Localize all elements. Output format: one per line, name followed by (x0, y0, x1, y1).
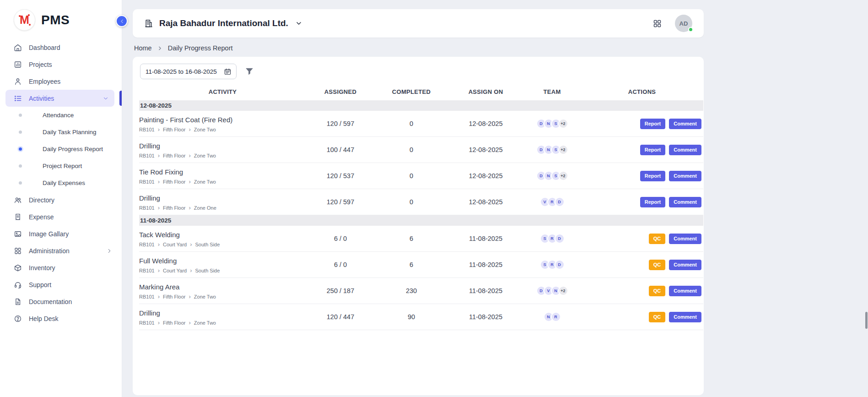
sidebar-item-label: Inventory (29, 264, 113, 272)
comment-button[interactable]: Comment (669, 119, 701, 129)
report-button[interactable]: Report (640, 171, 665, 181)
activity-name: Tack Welding (139, 231, 306, 239)
table-row: Drilling RB101›Fifth Floor›Zone One 120 … (139, 189, 703, 215)
completed-value: 0 (375, 120, 448, 127)
sidebar-item-directory[interactable]: Directory (0, 191, 122, 208)
inventory-icon (14, 264, 22, 272)
company-selector[interactable]: Raja Bahadur International Ltd. (144, 18, 302, 28)
comment-button[interactable]: Comment (669, 286, 701, 296)
assign-on-value: 11-08-2025 (448, 261, 523, 268)
team-more-badge[interactable]: +2 (558, 171, 568, 181)
actions-cell: ReportComment (581, 119, 703, 129)
activity-location-segment: Fifth Floor (163, 153, 186, 158)
comment-button[interactable]: Comment (669, 171, 701, 181)
assigned-value: 6 / 0 (306, 235, 375, 242)
bullet-icon (19, 131, 22, 134)
team-cell: SRD (523, 260, 581, 270)
qc-button[interactable]: QC (649, 312, 666, 322)
activity-location-segment: Court Yard (163, 268, 187, 273)
report-button[interactable]: Report (640, 197, 665, 207)
sidebar-item-projects[interactable]: Projects (0, 56, 122, 73)
qc-button[interactable]: QC (649, 260, 666, 270)
assign-on-value: 11-08-2025 (448, 313, 523, 321)
sidebar-row-projects: Projects (0, 56, 122, 73)
activity-cell: Full Welding RB101›Court Yard›South Side (139, 256, 306, 273)
apps-grid-icon[interactable] (652, 19, 662, 28)
sidebar-item-image-gallary[interactable]: Image Gallary (0, 225, 122, 242)
date-range-value: 11-08-2025 to 16-08-2025 (146, 68, 217, 75)
user-avatar[interactable]: AD (675, 15, 692, 32)
table-body: 12-08-2025 Painting - First Coat (Fire R… (139, 100, 703, 330)
qc-button[interactable]: QC (649, 234, 666, 244)
comment-button[interactable]: Comment (669, 312, 701, 322)
sidebar-subitem-attendance[interactable]: Attendance (0, 107, 122, 124)
activity-location-segment: RB101 (139, 205, 155, 211)
team-more-badge[interactable]: +2 (558, 286, 568, 296)
assign-on-value: 12-08-2025 (448, 120, 523, 127)
team-more-badge[interactable]: +2 (558, 145, 568, 155)
date-range-input[interactable]: 11-08-2025 to 16-08-2025 (140, 64, 237, 79)
sidebar-subitem-daily-task-planning[interactable]: Daily Task Planning (0, 124, 122, 141)
activity-location-segment: Zone Two (194, 153, 216, 158)
activity-location: RB101›Fifth Floor›Zone Two (139, 294, 306, 299)
dashboard-icon (14, 44, 22, 52)
sidebar-item-documentation[interactable]: Documentation (0, 293, 122, 310)
scrollbar-thumb[interactable] (865, 312, 868, 329)
activity-location-segment: RB101 (139, 179, 155, 185)
sidebar-item-employees[interactable]: Employees (0, 73, 122, 90)
team-avatar[interactable]: D (555, 234, 565, 244)
support-icon (14, 281, 22, 289)
activity-location-segment: Fifth Floor (163, 179, 186, 185)
sidebar-row-documentation: Documentation (0, 293, 122, 310)
sidebar-row-image-gallary: Image Gallary (0, 225, 122, 242)
qc-button[interactable]: QC (649, 286, 666, 296)
team-avatar[interactable]: D (555, 260, 565, 270)
sidebar-item-administration[interactable]: Administration (0, 242, 122, 259)
filter-icon[interactable] (245, 67, 254, 76)
team-cell: DNS+2 (523, 145, 581, 155)
sidebar-subitem-daily-progress-report[interactable]: Daily Progress Report (0, 141, 122, 158)
column-header-team: TEAM (523, 88, 581, 95)
activity-name: Drilling (139, 142, 306, 150)
sidebar-item-support[interactable]: Support (0, 276, 122, 293)
avatar-initials: AD (679, 20, 688, 27)
sidebar-item-label: Support (29, 281, 113, 288)
sidebar-item-activities[interactable]: Activities (5, 90, 114, 107)
report-button[interactable]: Report (640, 119, 665, 129)
column-header-assigned: ASSIGNED (306, 88, 375, 95)
comment-button[interactable]: Comment (669, 145, 701, 155)
activity-cell: Marking Area RB101›Fifth Floor›Zone Two (139, 282, 306, 299)
assign-on-value: 11-08-2025 (448, 287, 523, 294)
activity-cell: Painting - First Coat (Fire Red) RB101›F… (139, 115, 306, 132)
actions-cell: QCComment (581, 234, 703, 244)
sidebar-item-expense[interactable]: Expense (0, 208, 122, 225)
sidebar-subitem-project-report[interactable]: Project Report (0, 158, 122, 174)
sidebar-collapse-button[interactable] (116, 15, 128, 27)
activity-location-segment: RB101 (139, 268, 155, 273)
sidebar-item-label: Employees (29, 78, 113, 85)
team-avatar[interactable]: R (551, 312, 561, 322)
sidebar-row-administration: Administration (0, 242, 122, 259)
sidebar-item-dashboard[interactable]: Dashboard (0, 39, 122, 56)
assigned-value: 6 / 0 (306, 261, 375, 268)
breadcrumb-home[interactable]: Home (134, 44, 152, 52)
completed-value: 0 (375, 198, 448, 206)
chevron-right-icon: › (189, 126, 191, 132)
sidebar-item-inventory[interactable]: Inventory (0, 259, 122, 276)
sidebar-subitem-daily-expenses[interactable]: Daily Expenses (0, 174, 122, 191)
comment-button[interactable]: Comment (669, 234, 701, 244)
filter-row: 11-08-2025 to 16-08-2025 (139, 62, 703, 83)
comment-button[interactable]: Comment (669, 197, 701, 207)
team-avatar[interactable]: D (555, 197, 565, 207)
content-card: 11-08-2025 to 16-08-2025 ACTIVITYASSIGNE… (133, 57, 704, 395)
team-more-badge[interactable]: +2 (558, 119, 568, 129)
sidebar-item-label: Administration (29, 247, 99, 255)
report-button[interactable]: Report (640, 145, 665, 155)
comment-button[interactable]: Comment (669, 260, 701, 270)
table-row: Marking Area RB101›Fifth Floor›Zone Two … (139, 278, 703, 304)
sidebar-row-dashboard: Dashboard (0, 39, 122, 56)
activity-location-segment: Fifth Floor (163, 294, 186, 299)
sidebar-item-help-desk[interactable]: Help Desk (0, 310, 122, 327)
table-row: Full Welding RB101›Court Yard›South Side… (139, 252, 703, 278)
sidebar-row-activities: Activities (0, 90, 122, 107)
